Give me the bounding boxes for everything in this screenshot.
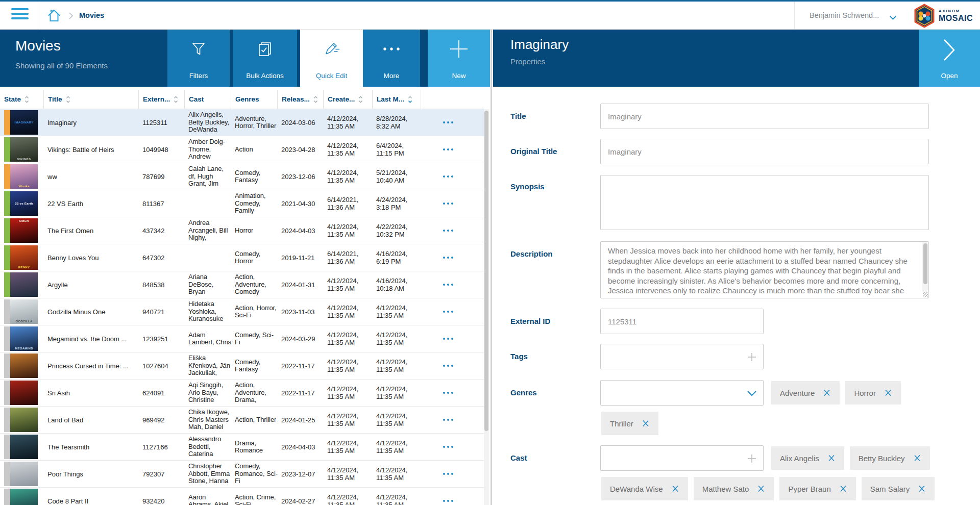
table-scrollbar[interactable] xyxy=(484,109,489,505)
released-cell: 2024-01-25 xyxy=(278,407,324,433)
ellipsis-icon[interactable] xyxy=(443,473,445,475)
ellipsis-icon[interactable] xyxy=(443,392,445,394)
table-row[interactable]: Poor Things 792307 Christopher Abbott, E… xyxy=(0,461,484,488)
table-row[interactable]: Land of Bad 969492 Chika Ikogwe, Chris M… xyxy=(0,407,484,434)
cast-chip: Pyper Braun xyxy=(779,477,855,500)
column-header-releas[interactable]: Releas... xyxy=(278,90,324,109)
ellipsis-icon[interactable] xyxy=(443,284,445,286)
title-cell: The First Omen xyxy=(44,217,139,244)
more-button[interactable]: More xyxy=(363,30,420,87)
bulk-actions-button[interactable]: Bulk Actions xyxy=(233,30,297,87)
state-indicator xyxy=(4,191,10,216)
quick-edit-button[interactable]: Quick Edit xyxy=(300,30,363,87)
state-cell: Wonka xyxy=(0,163,44,190)
ellipsis-icon[interactable] xyxy=(443,500,445,502)
cast-cell: Andrea Arcangeli, Bill Nighy, xyxy=(188,219,231,242)
ellipsis-icon[interactable] xyxy=(443,365,445,367)
description-scrollbar[interactable] xyxy=(922,242,928,292)
table-row[interactable]: OMEN The First Omen 437342 Andrea Arcang… xyxy=(0,217,484,244)
external-id-cell: 787699 xyxy=(139,163,185,190)
table-row[interactable]: The Tearsmith 1127166 Alessandro Bedetti… xyxy=(0,434,484,461)
chip-remove-icon[interactable] xyxy=(884,389,892,397)
column-header-title[interactable]: Title xyxy=(44,90,139,109)
tags-input[interactable] xyxy=(600,344,764,369)
title-cell: ww xyxy=(44,163,139,190)
table-row[interactable]: CODE 8 Code 8 Part II 932420 Aaron Abram… xyxy=(0,488,484,505)
breadcrumb-separator-icon xyxy=(68,12,74,22)
ellipsis-icon[interactable] xyxy=(443,121,445,123)
ellipsis-icon[interactable] xyxy=(443,311,445,313)
chevron-down-icon[interactable] xyxy=(889,13,897,22)
state-indicator xyxy=(4,218,10,243)
modified-cell: 5/21/2024, 10:40 AM xyxy=(373,163,421,190)
home-icon[interactable] xyxy=(47,9,61,24)
synopsis-textarea[interactable] xyxy=(600,175,929,230)
poster-thumbnail: Wonka xyxy=(10,164,38,189)
chip-remove-icon[interactable] xyxy=(827,454,836,462)
table-row[interactable]: VIKINGS Vikings: Battle of Heirs 1049948… xyxy=(0,136,484,163)
chip-remove-icon[interactable] xyxy=(757,485,765,493)
table-row[interactable]: Wonka ww 787699 Calah Lane, df, Hugh Gra… xyxy=(0,163,484,190)
chip-remove-icon[interactable] xyxy=(642,419,650,427)
ellipsis-icon[interactable] xyxy=(443,419,445,421)
panel-divider xyxy=(491,30,492,505)
open-button[interactable]: Open xyxy=(919,30,980,87)
table-row[interactable]: IMAGINARY Imaginary 1125311 Alix Angelis… xyxy=(0,109,484,136)
actions-cell xyxy=(421,461,484,487)
table-row[interactable]: Princess Cursed in Time: ... 1027604 Eli… xyxy=(0,352,484,380)
filters-button[interactable]: Filters xyxy=(167,30,230,87)
ellipsis-icon[interactable] xyxy=(443,257,445,259)
title-input[interactable] xyxy=(600,104,929,129)
add-tag-icon[interactable] xyxy=(747,352,757,362)
table-row[interactable]: MEGAMIND Megamind vs. the Doom ... 12392… xyxy=(0,325,484,352)
chip-remove-icon[interactable] xyxy=(823,389,831,397)
synopsis-label: Synopsis xyxy=(510,182,545,191)
ellipsis-icon[interactable] xyxy=(443,338,445,340)
new-button[interactable]: New xyxy=(428,30,490,87)
resize-handle-icon[interactable] xyxy=(923,292,928,297)
chevron-down-icon[interactable] xyxy=(747,390,757,396)
scrollbar-thumb[interactable] xyxy=(923,243,927,284)
poster-thumbnail xyxy=(10,408,38,432)
external-id-cell: 624091 xyxy=(139,380,185,406)
scrollbar-thumb[interactable] xyxy=(484,111,488,431)
menu-icon[interactable] xyxy=(11,8,29,22)
cast-chip: Betty Buckley xyxy=(850,446,930,470)
cast-chips-row: Alix AngelisBetty Buckley xyxy=(771,446,936,470)
original-title-input[interactable] xyxy=(600,139,929,164)
table-row[interactable]: 22 vs Earth 22 VS Earth 811367 Animation… xyxy=(0,190,484,217)
genres-select[interactable] xyxy=(600,380,764,406)
actions-cell xyxy=(421,136,484,163)
released-cell: 2022-11-17 xyxy=(278,352,324,379)
chip-remove-icon[interactable] xyxy=(671,485,679,493)
ellipsis-icon[interactable] xyxy=(443,230,445,232)
ellipsis-icon[interactable] xyxy=(443,148,445,150)
funnel-icon xyxy=(167,39,230,59)
poster-thumbnail: CODE 8 xyxy=(10,489,38,505)
cast-input[interactable] xyxy=(600,445,764,471)
column-header-create[interactable]: Create... xyxy=(324,90,373,109)
table-row[interactable]: GODZILLA Godzilla Minus One 940721 Hidet… xyxy=(0,298,484,325)
breadcrumb[interactable]: Movies xyxy=(79,11,104,19)
column-header-extern[interactable]: Extern... xyxy=(139,90,185,109)
table-row[interactable]: Sri Asih 624091 Aqi Singgih, Ario Bayu, … xyxy=(0,380,484,407)
user-menu-label[interactable]: Benjamin Schwend... xyxy=(810,11,884,19)
table-row[interactable]: Argylle 848538 Ariana DeBose, Bryan Acti… xyxy=(0,271,484,298)
chip-remove-icon[interactable] xyxy=(913,454,921,462)
column-header-lastm[interactable]: Last M... xyxy=(373,90,421,109)
ellipsis-icon[interactable] xyxy=(443,175,445,178)
column-header-state[interactable]: State xyxy=(0,90,44,109)
add-cast-icon[interactable] xyxy=(747,453,757,464)
external-id-input[interactable] xyxy=(600,309,764,334)
title-cell: Land of Bad xyxy=(44,407,139,433)
table-row[interactable]: BENNY Benny Loves You 647302 Comedy, Hor… xyxy=(0,244,484,271)
ellipsis-icon[interactable] xyxy=(443,446,445,448)
column-header-cast: Cast xyxy=(185,90,231,109)
chip-remove-icon[interactable] xyxy=(918,485,926,493)
chip-remove-icon[interactable] xyxy=(839,485,847,493)
ellipsis-icon[interactable] xyxy=(443,203,445,205)
cast-cell: Ariana DeBose, Bryan xyxy=(188,273,231,296)
actions-cell xyxy=(421,380,484,406)
description-textarea[interactable]: When Jessica moves back into her childho… xyxy=(600,241,929,298)
title-cell: Vikings: Battle of Heirs xyxy=(44,136,139,163)
